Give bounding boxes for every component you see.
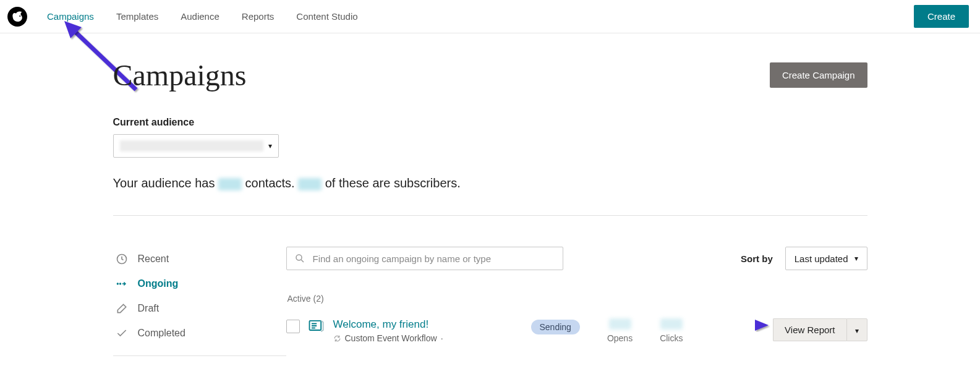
nav-campaigns[interactable]: Campaigns <box>47 11 94 22</box>
clicks-count-redacted <box>660 318 683 330</box>
search-icon <box>294 253 305 264</box>
chevron-down-icon: ▾ <box>855 326 859 335</box>
clicks-stat: Clicks <box>660 318 683 343</box>
divider <box>113 215 867 216</box>
sort-selected: Last updated <box>795 253 848 264</box>
filter-ongoing[interactable]: Ongoing <box>113 271 286 296</box>
clicks-label: Clicks <box>660 333 683 343</box>
sort-select[interactable]: Last updated ▾ <box>785 247 867 270</box>
mailchimp-logo[interactable] <box>6 6 28 28</box>
view-report-button[interactable]: View Report <box>773 318 846 341</box>
audience-summary-post: of these are subscribers. <box>322 176 461 190</box>
campaign-row: Welcome, my friend! Custom Event Workflo… <box>286 315 867 347</box>
sort-by-label: Sort by <box>741 253 773 264</box>
clock-icon <box>116 253 128 265</box>
status-badge: Sending <box>531 320 580 334</box>
campaign-subtype: Custom Event Workflow <box>345 333 437 343</box>
filter-draft-label: Draft <box>138 303 160 314</box>
check-icon <box>116 327 128 339</box>
nav-audience[interactable]: Audience <box>181 11 219 22</box>
campaign-list: Sort by Last updated ▾ Active (2) Welcom… <box>286 247 867 366</box>
svg-marker-11 <box>755 320 769 331</box>
filter-completed-label: Completed <box>138 328 185 339</box>
svg-point-3 <box>19 15 20 16</box>
annotation-arrow-report <box>688 317 775 336</box>
search-input[interactable] <box>312 253 555 265</box>
filter-ongoing-label: Ongoing <box>138 278 179 289</box>
nav-content-studio[interactable]: Content Studio <box>296 11 357 22</box>
refresh-icon <box>333 334 341 343</box>
svg-point-5 <box>117 283 118 284</box>
nav-reports[interactable]: Reports <box>242 11 275 22</box>
filter-recent-label: Recent <box>138 253 169 265</box>
dot-separator: · <box>441 333 443 343</box>
search-box[interactable] <box>286 247 563 270</box>
nav-templates[interactable]: Templates <box>116 11 158 22</box>
chevron-down-icon: ▾ <box>854 254 858 263</box>
opens-stat: Opens <box>607 318 633 343</box>
filter-completed[interactable]: Completed <box>113 321 286 346</box>
arrow-dots-icon <box>116 278 128 290</box>
postcard-icon <box>307 317 325 334</box>
active-section-label: Active (2) <box>288 294 867 304</box>
pencil-icon <box>116 302 128 315</box>
audience-summary-pre: Your audience has <box>113 176 219 190</box>
opens-label: Opens <box>607 333 633 343</box>
top-nav: Campaigns Templates Audience Reports Con… <box>0 0 980 33</box>
subscribers-count-redacted <box>298 178 322 190</box>
filter-sidebar: Recent Ongoing Draft <box>113 247 286 366</box>
current-audience-label: Current audience <box>113 117 867 128</box>
row-action-menu[interactable]: ▾ <box>846 318 867 341</box>
campaign-title-link[interactable]: Welcome, my friend! <box>333 318 519 331</box>
primary-nav: Campaigns Templates Audience Reports Con… <box>47 11 358 22</box>
chevron-down-icon: ▾ <box>268 142 272 150</box>
opens-count-redacted <box>609 318 631 330</box>
audience-select[interactable]: ▾ <box>113 134 279 158</box>
audience-summary: Your audience has contacts. of these are… <box>113 176 867 190</box>
row-checkbox[interactable] <box>286 320 300 333</box>
audience-summary-mid: contacts. <box>242 176 298 190</box>
audience-select-redacted <box>120 140 263 151</box>
page-title: Campaigns <box>113 58 247 92</box>
svg-point-6 <box>119 283 121 284</box>
create-campaign-button[interactable]: Create Campaign <box>770 62 867 88</box>
filter-draft[interactable]: Draft <box>113 296 286 321</box>
create-button[interactable]: Create <box>914 5 969 28</box>
contacts-count-redacted <box>218 178 242 190</box>
svg-point-8 <box>296 255 302 260</box>
filter-recent[interactable]: Recent <box>113 247 286 271</box>
